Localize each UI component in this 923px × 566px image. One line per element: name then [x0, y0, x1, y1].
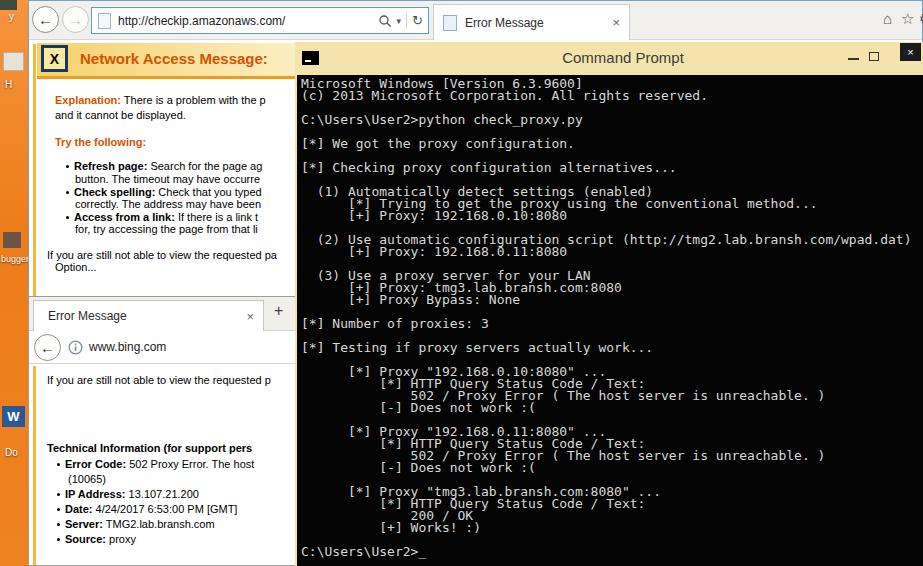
- new-tab-button[interactable]: +: [274, 302, 283, 320]
- detail-label: Error Code:: [65, 458, 126, 470]
- tab-title: Error Message: [465, 16, 544, 30]
- bullet-lead: Refresh page:: [74, 160, 147, 172]
- accent-line: [33, 44, 36, 297]
- x-glyph: X: [50, 51, 59, 67]
- bullet-check-spelling-line2: correctly. The address may have been: [75, 198, 261, 210]
- detail-value: TMG2.lab.bransh.com: [103, 518, 215, 530]
- detail-source: Source: proxy: [57, 533, 136, 545]
- desktop-icon-label[interactable]: H: [5, 79, 12, 90]
- desktop: y H bugger W Do: [0, 0, 28, 566]
- close-button[interactable]: ×: [900, 43, 921, 61]
- command-prompt-window: Command Prompt × Microsoft Windows [Vers…: [295, 42, 923, 566]
- tab-favicon: [443, 15, 457, 31]
- tab-error-message[interactable]: Error Message ×: [433, 4, 630, 40]
- page-title: Network Access Message:: [80, 50, 268, 67]
- settings-icon[interactable]: ⚙: [919, 10, 923, 28]
- minimize-button[interactable]: [848, 58, 859, 60]
- cmd-titlebar[interactable]: Command Prompt ×: [295, 42, 923, 75]
- detail-label: Server:: [65, 518, 103, 530]
- footer-line: If you are still not able to view the re…: [47, 249, 277, 261]
- detail-label: Date:: [65, 503, 93, 515]
- detail-label: Source:: [65, 533, 106, 545]
- try-following-label: Try the following:: [55, 136, 146, 148]
- tab-error-message-popup[interactable]: Error Message ×: [33, 300, 264, 331]
- detail-server: Server: TMG2.lab.bransh.com: [57, 518, 215, 530]
- desktop-icon-label[interactable]: Do: [5, 447, 18, 458]
- forward-button[interactable]: →: [62, 6, 89, 33]
- bullet-access-link: Access from a link: If there is a link t: [66, 211, 258, 223]
- back-button[interactable]: ←: [32, 6, 59, 33]
- desktop-icon[interactable]: [3, 232, 21, 248]
- tab-close-icon[interactable]: ×: [246, 309, 254, 324]
- bullet-refresh-page-line2: button. The timeout may have occurre: [75, 173, 260, 185]
- url-text[interactable]: http://checkip.amazonaws.com/: [118, 14, 285, 28]
- address-url-popup[interactable]: www.bing.com: [89, 340, 166, 354]
- explanation-line: Explanation: There is a problem with the…: [55, 94, 266, 106]
- accent-line: [33, 366, 36, 565]
- search-icon[interactable]: [378, 14, 392, 28]
- detail-value: proxy: [106, 533, 136, 545]
- detail-ip-address: IP Address: 13.107.21.200: [57, 488, 199, 500]
- desktop-icon[interactable]: [3, 52, 24, 71]
- detail-date: Date: 4/24/2017 6:53:00 PM [GMT]: [57, 503, 237, 515]
- page-icon: [98, 13, 111, 29]
- refresh-icon[interactable]: ↻: [412, 13, 423, 28]
- desktop-icon[interactable]: [0, 0, 17, 10]
- divider: [406, 13, 407, 29]
- address-bar[interactable]: http://checkip.amazonaws.com/ ▾ ↻: [91, 7, 429, 34]
- forward-arrow-icon: →: [68, 11, 83, 28]
- desktop-icon-word[interactable]: W: [2, 406, 25, 427]
- chevron-down-icon[interactable]: ▾: [397, 16, 402, 26]
- back-button-popup[interactable]: ←: [34, 334, 61, 361]
- bullet-access-link-line2: for, try accessing the page from that li: [75, 223, 258, 235]
- back-arrow-icon: ←: [38, 11, 53, 28]
- detail-value: 13.107.21.200: [126, 488, 199, 500]
- desktop-screen: y H bugger W Do ← → http://checkip.amazo…: [0, 0, 923, 566]
- detail-value: 502 Proxy Error. The host: [126, 458, 254, 470]
- bullet-refresh-page: Refresh page: Search for the page ag: [66, 160, 262, 172]
- desktop-icon-label[interactable]: bugger: [1, 254, 29, 264]
- desktop-icon-label[interactable]: y: [9, 11, 14, 22]
- tab-title: Error Message: [48, 309, 127, 323]
- intro-line: If you are still not able to view the re…: [47, 374, 271, 386]
- back-arrow-icon: ←: [40, 339, 55, 356]
- address-bar-icons: ▾ ↻: [378, 13, 423, 29]
- technical-information-heading: Technical Information (for support pers: [47, 442, 252, 454]
- bullet-text: Search for the page ag: [147, 160, 262, 172]
- explanation-label: Explanation:: [55, 94, 121, 106]
- favorites-icon[interactable]: ☆: [901, 10, 914, 28]
- detail-label: IP Address:: [65, 488, 126, 500]
- error-x-icon: X: [41, 45, 68, 72]
- explanation-text: There is a problem with the p: [121, 94, 266, 106]
- info-icon[interactable]: [68, 340, 83, 359]
- browser-chrome: ← → http://checkip.amazonaws.com/ ▾ ↻ Er…: [29, 1, 922, 40]
- detail-value: 4/24/2017 6:53:00 PM [GMT]: [93, 503, 238, 515]
- bullet-lead: Access from a link:: [74, 211, 175, 223]
- bullet-check-spelling: Check spelling: Check that you typed: [66, 186, 262, 198]
- tab-close-icon[interactable]: ×: [612, 15, 620, 30]
- maximize-button[interactable]: [869, 52, 879, 61]
- bullet-lead: Check spelling:: [74, 186, 155, 198]
- detail-error-code-line2: (10065): [68, 473, 106, 485]
- explanation-line2: and it cannot be displayed.: [55, 109, 186, 121]
- option-line: Option...: [55, 261, 97, 273]
- close-icon: ×: [907, 46, 913, 58]
- bullet-text: If there is a link t: [175, 211, 258, 223]
- bullet-text: Check that you typed: [155, 186, 261, 198]
- console-output[interactable]: Microsoft Windows [Version 6.3.9600] (c)…: [297, 75, 923, 566]
- detail-error-code: Error Code: 502 Proxy Error. The host: [57, 458, 254, 470]
- home-icon[interactable]: ⌂: [883, 10, 892, 27]
- window-title: Command Prompt: [295, 49, 923, 66]
